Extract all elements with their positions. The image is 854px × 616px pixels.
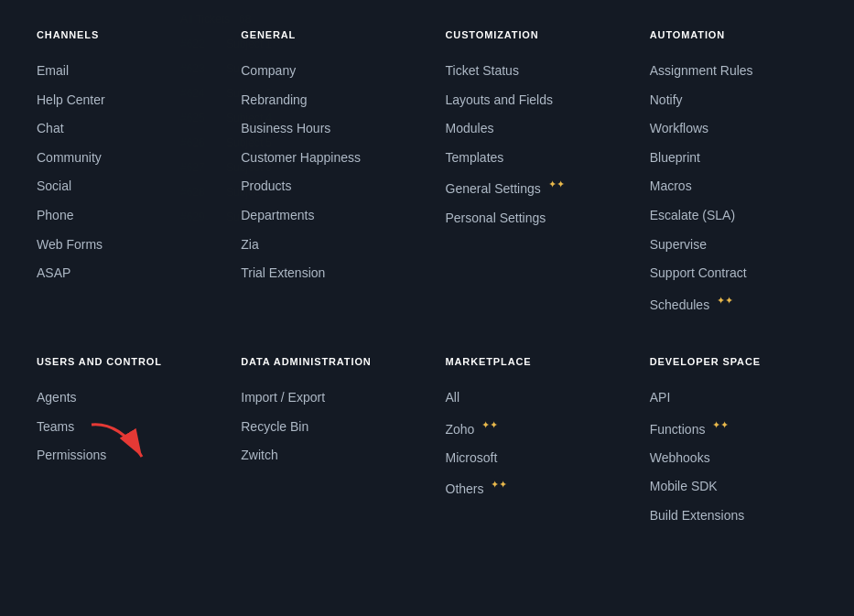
- menu-section-customization: CUSTOMIZATION Ticket Status Layouts and …: [427, 29, 632, 347]
- menu-item-microsoft[interactable]: Microsoft: [446, 444, 613, 473]
- menu-item-macros[interactable]: Macros: [650, 172, 817, 201]
- menu-item-assignment-rules[interactable]: Assignment Rules: [650, 57, 817, 86]
- menu-section-users-control: USERS AND CONTROL Agents Teams Permissio…: [18, 347, 222, 598]
- marketplace-section-title: MARKETPLACE: [446, 356, 613, 367]
- menu-item-personal-settings[interactable]: Personal Settings: [446, 204, 613, 233]
- plus-icon: ✦✦: [548, 178, 565, 191]
- menu-item-zoho[interactable]: Zoho ✦✦: [446, 413, 613, 444]
- channels-section-title: CHANNELS: [37, 29, 204, 40]
- menu-section-marketplace: MARKETPLACE All Zoho ✦✦ Microsoft Others…: [427, 347, 632, 598]
- menu-section-data-admin: DATA ADMINISTRATION Import / Export Recy…: [222, 347, 427, 598]
- menu-section-channels: CHANNELS Email Help Center Chat Communit…: [18, 29, 222, 347]
- menu-item-phone[interactable]: Phone: [37, 201, 204, 231]
- menu-item-api[interactable]: API: [650, 384, 817, 413]
- menu-section-developer-space: DEVELOPER SPACE API Functions ✦✦ Webhook…: [632, 347, 836, 598]
- menu-item-notify[interactable]: Notify: [650, 86, 817, 115]
- menu-item-support-contract[interactable]: Support Contract: [650, 259, 817, 288]
- menu-item-customer-happiness[interactable]: Customer Happiness: [241, 144, 408, 173]
- menu-item-trial-extension[interactable]: Trial Extension: [241, 259, 408, 288]
- menu-item-blueprint[interactable]: Blueprint: [650, 144, 817, 173]
- menu-item-templates[interactable]: Templates: [446, 144, 613, 173]
- menu-item-schedules[interactable]: Schedules ✦✦: [650, 288, 817, 319]
- menu-item-import-export[interactable]: Import / Export: [241, 384, 408, 413]
- menu-item-rebranding[interactable]: Rebranding: [241, 86, 408, 115]
- menu-item-departments[interactable]: Departments: [241, 201, 408, 231]
- menu-item-all[interactable]: All: [446, 384, 613, 413]
- developer-space-section-title: DEVELOPER SPACE: [650, 356, 817, 367]
- menu-item-build-extensions[interactable]: Build Extensions: [650, 502, 817, 531]
- menu-item-supervise[interactable]: Supervise: [650, 231, 817, 260]
- menu-item-zwitch[interactable]: Zwitch: [241, 441, 408, 470]
- menu-item-social[interactable]: Social: [37, 172, 204, 201]
- menu-item-ticket-status[interactable]: Ticket Status: [446, 57, 613, 86]
- general-section-title: GENERAL: [241, 29, 408, 40]
- menu-item-workflows[interactable]: Workflows: [650, 114, 817, 144]
- menu-item-mobile-sdk[interactable]: Mobile SDK: [650, 472, 817, 502]
- menu-item-others[interactable]: Others ✦✦: [446, 472, 613, 503]
- menu-item-functions[interactable]: Functions ✦✦: [650, 413, 817, 444]
- plus-icon: ✦✦: [481, 418, 498, 432]
- menu-item-help-center[interactable]: Help Center: [37, 86, 204, 115]
- menu-item-modules[interactable]: Modules: [446, 114, 613, 144]
- customization-section-title: CUSTOMIZATION: [446, 29, 613, 40]
- menu-item-agents[interactable]: Agents: [37, 384, 204, 413]
- menu-item-email[interactable]: Email: [37, 57, 204, 86]
- menu-item-permissions[interactable]: Permissions: [37, 441, 204, 470]
- menu-item-chat[interactable]: Chat: [37, 114, 204, 144]
- menu-item-layouts-fields[interactable]: Layouts and Fields: [446, 86, 613, 115]
- menu-item-asap[interactable]: ASAP: [37, 259, 204, 288]
- menu-item-general-settings[interactable]: General Settings ✦✦: [446, 172, 613, 203]
- plus-icon: ✦✦: [717, 294, 733, 308]
- menu-item-webhooks[interactable]: Webhooks: [650, 444, 817, 473]
- plus-icon: ✦✦: [712, 418, 729, 432]
- menu-item-teams[interactable]: Teams: [37, 413, 204, 442]
- users-control-section-title: USERS AND CONTROL: [37, 356, 204, 367]
- menu-section-general: GENERAL Company Rebranding Business Hour…: [222, 29, 427, 347]
- menu-item-community[interactable]: Community: [37, 144, 204, 173]
- menu-item-business-hours[interactable]: Business Hours: [241, 114, 408, 144]
- menu-item-products[interactable]: Products: [241, 172, 408, 201]
- settings-dropdown-menu: CHANNELS Email Help Center Chat Communit…: [0, 0, 854, 616]
- menu-item-web-forms[interactable]: Web Forms: [37, 231, 204, 260]
- menu-item-recycle-bin[interactable]: Recycle Bin: [241, 413, 408, 442]
- menu-item-escalate-sla[interactable]: Escalate (SLA): [650, 201, 817, 231]
- menu-item-company[interactable]: Company: [241, 57, 408, 86]
- menu-item-zia[interactable]: Zia: [241, 231, 408, 260]
- plus-icon: ✦✦: [491, 478, 507, 492]
- automation-section-title: AUTOMATION: [650, 29, 817, 40]
- menu-section-automation: AUTOMATION Assignment Rules Notify Workf…: [632, 29, 836, 347]
- data-admin-section-title: DATA ADMINISTRATION: [241, 356, 408, 367]
